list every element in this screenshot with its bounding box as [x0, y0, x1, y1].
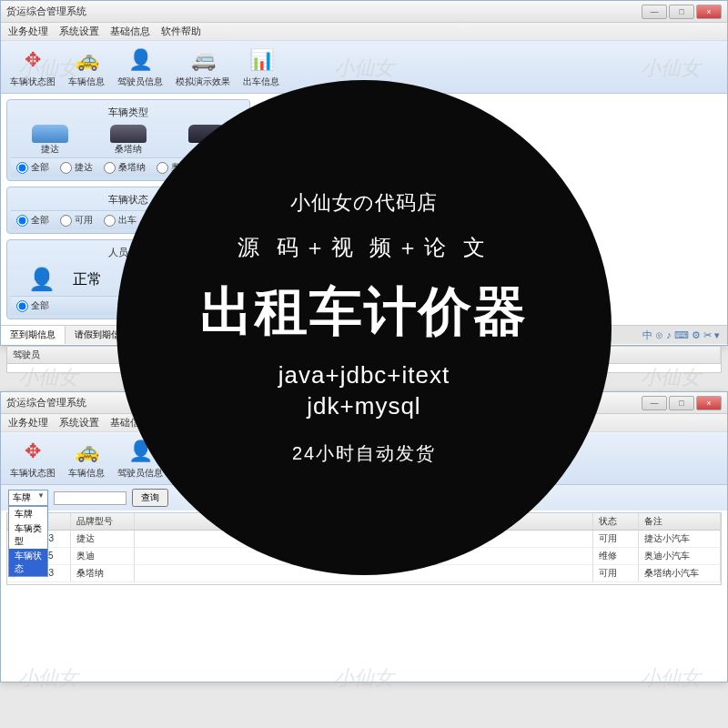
tool-vehicle-info[interactable]: 🚕车辆信息 [68, 46, 105, 88]
dropdown-selected[interactable]: 车牌 [8, 490, 48, 506]
menu-item[interactable]: 系统设置 [59, 416, 99, 430]
search-button[interactable]: 查询 [132, 489, 168, 507]
maximize-button[interactable]: □ [669, 396, 694, 410]
maximize-button[interactable]: □ [669, 5, 694, 19]
car-jetta[interactable]: 捷达 [32, 125, 68, 156]
overlay-shop-name: 小仙女の代码店 [290, 189, 438, 217]
search-field-dropdown[interactable]: 车牌 车牌 车辆类型 车辆状态 [8, 490, 48, 506]
col-model[interactable]: 品牌型号 [71, 513, 135, 530]
promo-overlay: 小仙女の代码店 源 码＋视 频＋论 文 出租车计价器 java+jdbc+ite… [116, 80, 612, 575]
overlay-shipping: 24小时自动发货 [292, 441, 436, 466]
titlebar[interactable]: 货运综合管理系统 — □ × [1, 1, 727, 23]
dropdown-option[interactable]: 车辆状态 [9, 549, 47, 576]
radio-all[interactable]: 全部 [16, 299, 49, 312]
menu-item[interactable]: 软件帮助 [161, 25, 201, 38]
radio-jetta[interactable]: 捷达 [60, 161, 93, 174]
menu-item[interactable]: 业务处理 [8, 416, 48, 430]
col-status[interactable]: 状态 [593, 513, 639, 530]
window-title: 货运综合管理系统 [6, 5, 86, 18]
dropdown-option[interactable]: 车牌 [9, 507, 47, 521]
overlay-subtitle: 源 码＋视 频＋论 文 [238, 233, 490, 262]
close-button[interactable]: × [696, 396, 722, 410]
radio-all[interactable]: 全部 [16, 214, 49, 227]
overlay-tech-stack: java+jdbc+itext jdk+mysql [278, 360, 450, 422]
tool-vehicle-info[interactable]: 🚕车辆信息 [68, 438, 105, 480]
menu-item[interactable]: 系统设置 [59, 25, 99, 38]
car-santana[interactable]: 桑塔纳 [110, 125, 147, 156]
ime-status-icons[interactable]: 中 ⊙ ♪ ⌨ ⚙ ✂ ▾ [642, 329, 720, 342]
minimize-button[interactable]: — [642, 5, 667, 19]
tool-simulate[interactable]: 🚐模拟演示效果 [176, 46, 230, 88]
menubar: 业务处理 系统设置 基础信息 软件帮助 [1, 23, 727, 41]
dropdown-option[interactable]: 车辆类型 [9, 521, 47, 549]
close-button[interactable]: × [696, 5, 722, 19]
menu-item[interactable]: 基础信息 [110, 25, 150, 38]
staff-normal-label: 正常 [73, 270, 102, 289]
tab-expiry[interactable]: 至到期信息 [1, 326, 66, 344]
tool-dispatch[interactable]: 📊出车信息 [243, 46, 279, 88]
tool-status-map[interactable]: ✥车辆状态图 [10, 46, 56, 88]
col-note[interactable]: 备注 [639, 513, 721, 530]
panel-title: 车辆类型 [11, 104, 246, 123]
person-icon: 👤 [29, 267, 55, 292]
minimize-button[interactable]: — [642, 396, 667, 410]
dropdown-options: 车牌 车辆类型 车辆状态 [8, 506, 48, 577]
tool-status-map[interactable]: ✥车辆状态图 [10, 438, 56, 480]
tool-driver-info[interactable]: 👤驾驶员信息 [117, 46, 163, 88]
radio-all[interactable]: 全部 [16, 161, 49, 174]
radio-santana[interactable]: 桑塔纳 [104, 161, 146, 174]
search-input[interactable] [54, 491, 126, 505]
overlay-main-title: 出租车计价器 [200, 277, 528, 348]
radio-out[interactable]: 出车 [104, 214, 136, 227]
radio-available[interactable]: 可用 [60, 214, 93, 227]
menu-item[interactable]: 业务处理 [8, 25, 48, 38]
window-title: 货运综合管理系统 [6, 396, 86, 410]
